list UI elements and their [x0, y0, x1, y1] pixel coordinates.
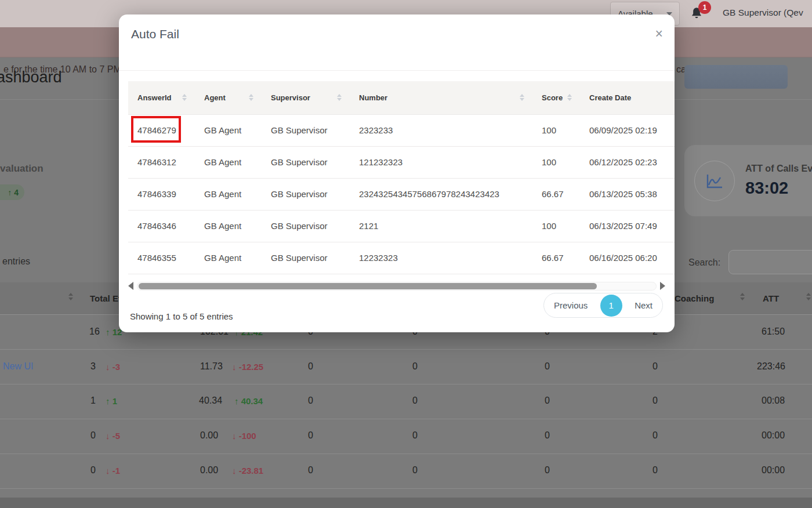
table-row: 47846355 GB Agent GB Supervisor 12232323… — [128, 242, 675, 274]
cell-supervisor: GB Supervisor — [262, 242, 350, 274]
cell-coaching: 0 — [652, 361, 658, 372]
sort-icon — [182, 94, 187, 101]
trend-up-delta: ↑ 1 — [106, 396, 117, 406]
row-divider — [0, 488, 812, 489]
column-header-answerid[interactable]: AnswerId — [128, 81, 195, 114]
agent-link[interactable]: New UI — [3, 361, 33, 372]
cell-agent: GB Agent — [195, 146, 262, 178]
column-header-create-date[interactable]: Create Date — [580, 81, 675, 114]
row-divider — [0, 453, 812, 454]
cell-value: 0 — [545, 361, 550, 372]
cell-number: 121232323 — [350, 146, 532, 178]
cell-total: 3 — [90, 361, 96, 372]
next-button[interactable]: Next — [635, 300, 652, 310]
cell-answerid: 47846279 — [128, 114, 195, 146]
att-card-title: ATT of Calls Ev — [745, 164, 812, 174]
row-divider — [0, 384, 812, 384]
sort-icon[interactable] — [740, 293, 745, 300]
cell-value: 0 — [308, 465, 313, 476]
cell-value: 0 — [412, 395, 418, 406]
column-header-att[interactable]: ATT — [763, 293, 779, 303]
search-label: Search: — [688, 257, 720, 268]
cell-total: 0 — [90, 465, 96, 476]
previous-button[interactable]: Previous — [554, 300, 588, 310]
cell-answerid: 47846312 — [128, 146, 195, 178]
sort-icon — [249, 94, 253, 101]
cell-value: 0 — [545, 430, 550, 441]
table-row: 47846279 GB Agent GB Supervisor 2323233 … — [128, 114, 675, 146]
cell-supervisor: GB Supervisor — [262, 146, 350, 178]
cell-coaching: 0 — [652, 465, 658, 476]
sort-icon — [337, 94, 342, 101]
cell-att: 00:00 — [762, 465, 785, 476]
cell-supervisor: GB Supervisor — [262, 210, 350, 242]
cell-number: 2323233 — [350, 114, 532, 146]
cell-supervisor: GB Supervisor — [262, 178, 350, 210]
cell-score: 66.67 — [532, 242, 580, 274]
column-header-score[interactable]: Score — [532, 81, 580, 114]
scrollbar-track[interactable] — [137, 282, 657, 291]
column-header-coaching[interactable]: Coaching — [675, 293, 714, 303]
trend-down-delta: ↓ -23.81 — [232, 466, 263, 476]
column-header-agent[interactable]: Agent — [195, 81, 262, 114]
trend-up-delta: ↑ 40.34 — [234, 396, 263, 406]
entries-label: entries — [2, 256, 30, 267]
cell-total: 0 — [90, 430, 96, 441]
column-header-total-evaluations[interactable]: Total Ev — [90, 293, 123, 303]
column-header-number[interactable]: Number — [350, 81, 532, 114]
cell-score: 0.00 — [200, 465, 218, 476]
answerid-highlight-box — [131, 116, 181, 143]
row-divider — [0, 419, 812, 419]
cell-score: 100 — [532, 210, 580, 242]
scroll-left-icon[interactable] — [128, 282, 133, 290]
entries-summary: Showing 1 to 5 of 5 entries — [130, 311, 233, 321]
cell-att: 00:00 — [762, 430, 785, 441]
cell-value: 0 — [308, 361, 313, 372]
cell-value: 0 — [308, 395, 313, 406]
cell-value: 0 — [412, 361, 418, 372]
page-1-button[interactable]: 1 — [600, 295, 622, 317]
cell-create-date: 06/13/2025 05:38 — [580, 178, 675, 210]
pagination: Previous 1 Next — [543, 293, 663, 318]
primary-button[interactable] — [684, 65, 788, 89]
auto-fail-table-container: AnswerId Agent Supervisor Number Score C… — [128, 81, 675, 275]
user-menu-label[interactable]: GB Supervisor (Qev — [723, 8, 803, 18]
stat-trend-badge: ↑ 4 — [0, 184, 24, 200]
cell-score: 100 — [532, 146, 580, 178]
cell-answerid: 47846355 — [128, 242, 195, 274]
cell-number: 2121 — [350, 210, 532, 242]
column-header-supervisor[interactable]: Supervisor — [262, 81, 350, 114]
cell-value: 0 — [412, 430, 418, 441]
search-input[interactable] — [728, 250, 812, 274]
cell-score: 66.67 — [532, 178, 580, 210]
modal-header-divider — [119, 70, 675, 71]
cell-coaching: 0 — [652, 395, 658, 406]
cell-create-date: 06/13/2025 07:49 — [580, 210, 675, 242]
notification-badge: 1 — [698, 1, 711, 14]
auto-fail-modal: Auto Fail × AnswerId Agent Supervisor Nu… — [119, 14, 675, 332]
cell-att: 61:50 — [762, 326, 785, 337]
cell-score: 100 — [532, 114, 580, 146]
line-chart-icon — [694, 161, 735, 201]
att-card-value: 83:02 — [745, 179, 788, 198]
sort-icon[interactable] — [806, 293, 811, 300]
auto-fail-table: AnswerId Agent Supervisor Number Score C… — [128, 81, 675, 274]
screen: Available 1 GB Supervisor (Qev e for the… — [0, 0, 812, 508]
table-row: 47846312 GB Agent GB Supervisor 12123232… — [128, 146, 675, 178]
cell-value: 0 — [412, 465, 418, 476]
cell-agent: GB Agent — [195, 210, 262, 242]
scrollbar-thumb[interactable] — [139, 283, 597, 289]
sort-icon[interactable] — [68, 293, 73, 300]
cell-agent: GB Agent — [195, 178, 262, 210]
close-icon[interactable]: × — [655, 27, 663, 41]
table-row: 47846346 GB Agent GB Supervisor 2121 100… — [128, 210, 675, 242]
cell-number: 12232323 — [350, 242, 532, 274]
trend-down-delta: ↓ -5 — [106, 431, 120, 441]
sort-icon — [567, 94, 572, 101]
cell-value: 0 — [545, 395, 550, 406]
horizontal-scrollbar[interactable] — [128, 280, 665, 292]
row-divider — [0, 349, 812, 350]
cell-att: 223:46 — [757, 361, 785, 372]
cell-total: 1 — [90, 395, 96, 406]
scroll-right-icon[interactable] — [660, 282, 665, 290]
